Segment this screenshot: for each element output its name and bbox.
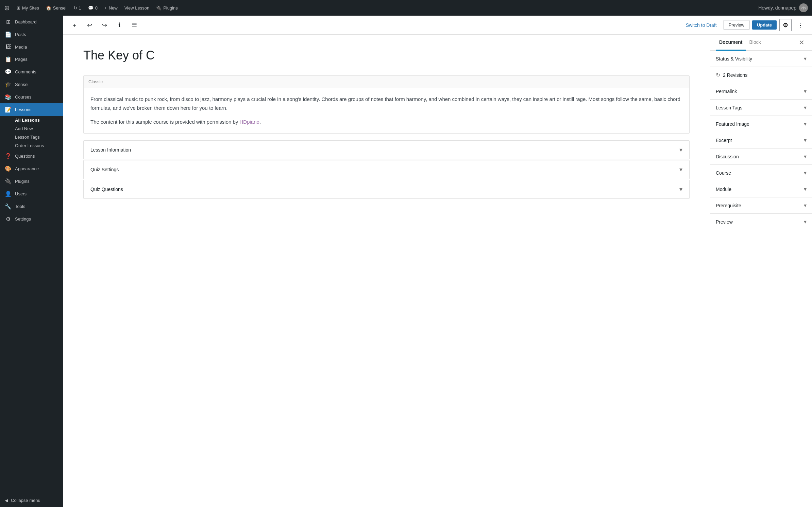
quiz-questions-header[interactable]: Quiz Questions ▾ — [84, 180, 689, 198]
sidebar-item-settings[interactable]: ⚙ Settings — [0, 213, 63, 225]
status-visibility-chevron-icon: ▾ — [804, 55, 807, 62]
course-section: Course ▾ — [710, 165, 812, 181]
sidebar-item-plugins[interactable]: 🔌 Plugins — [0, 175, 63, 188]
status-visibility-header[interactable]: Status & Visibility ▾ — [710, 51, 812, 67]
dashboard-icon: ⊞ — [5, 19, 12, 25]
sidebar-sub-all-lessons[interactable]: All Lessons — [15, 116, 63, 124]
sidebar-item-tools[interactable]: 🔧 Tools — [0, 200, 63, 213]
excerpt-section: Excerpt ▾ — [710, 132, 812, 148]
preview-header[interactable]: Preview ▾ — [710, 214, 812, 230]
sidebar-item-questions[interactable]: ❓ Questions — [0, 150, 63, 162]
my-sites-link[interactable]: ⊞ My Sites — [17, 5, 39, 11]
new-link[interactable]: + New — [104, 5, 118, 11]
featured-image-header[interactable]: Featured Image ▾ — [710, 116, 812, 132]
sensei-link[interactable]: 🏠 Sensei — [46, 5, 67, 11]
avatar: dp — [799, 3, 808, 12]
sidebar-item-comments[interactable]: 💬 Comments — [0, 66, 63, 78]
update-button[interactable]: Update — [752, 20, 777, 30]
quiz-questions-chevron-icon: ▾ — [679, 186, 682, 193]
classic-block-label: Classic — [84, 76, 689, 88]
sidebar-item-posts[interactable]: 📄 Posts — [0, 28, 63, 41]
revisions-icon: ↻ — [716, 72, 720, 78]
lesson-info-chevron-icon: ▾ — [679, 146, 682, 154]
user-info: Howdy, donnapep dp — [758, 3, 808, 12]
sidebar-item-media[interactable]: 🖼 Media — [0, 41, 63, 53]
status-visibility-section: Status & Visibility ▾ — [710, 51, 812, 67]
tab-block[interactable]: Block — [746, 35, 764, 51]
sidebar-item-dashboard[interactable]: ⊞ Dashboard — [0, 16, 63, 28]
lesson-information-header[interactable]: Lesson Information ▾ — [84, 141, 689, 159]
switch-to-draft-button[interactable]: Switch to Draft — [682, 20, 721, 30]
content-panel-wrapper: The Key of C Classic From classical musi… — [63, 35, 812, 507]
classic-block-content[interactable]: From classical music to punk rock, from … — [84, 88, 689, 133]
settings-icon: ⚙ — [5, 216, 12, 222]
wp-logo-icon: ⊕ — [4, 4, 10, 12]
excerpt-header[interactable]: Excerpt ▾ — [710, 132, 812, 148]
my-sites-icon: ⊞ — [17, 5, 20, 11]
main-layout: ⊞ Dashboard 📄 Posts 🖼 Media 📋 Pages 💬 Co… — [0, 16, 812, 507]
prerequisite-section: Prerequisite ▾ — [710, 197, 812, 214]
tab-document[interactable]: Document — [716, 35, 746, 51]
plugins-link[interactable]: 🔌 Plugins — [156, 5, 178, 11]
media-icon: 🖼 — [5, 44, 12, 50]
undo-button[interactable]: ↩ — [83, 19, 96, 31]
module-chevron-icon: ▾ — [804, 186, 807, 192]
module-header[interactable]: Module ▾ — [710, 181, 812, 197]
editor-toolbar: ＋ ↩ ↪ ℹ ☰ Switch to Draft Preview Update… — [63, 16, 812, 35]
permalink-chevron-icon: ▾ — [804, 88, 807, 94]
plugins-icon: 🔌 — [156, 5, 162, 11]
sidebar-item-courses[interactable]: 📚 Courses — [0, 91, 63, 103]
more-options-button[interactable]: ⋮ — [794, 19, 807, 31]
lesson-tags-header[interactable]: Lesson Tags ▾ — [710, 100, 812, 116]
sidebar-sub-order-lessons[interactable]: Order Lessons — [15, 141, 63, 150]
hdpiano-link[interactable]: HDpiano — [240, 119, 259, 125]
close-panel-button[interactable]: ✕ — [796, 37, 807, 48]
main-content: The Key of C Classic From classical musi… — [63, 35, 710, 507]
prerequisite-header[interactable]: Prerequisite ▾ — [710, 197, 812, 213]
module-section: Module ▾ — [710, 181, 812, 197]
users-icon: 👤 — [5, 191, 12, 197]
permalink-header[interactable]: Permalink ▾ — [710, 83, 812, 99]
course-chevron-icon: ▾ — [804, 170, 807, 176]
prerequisite-chevron-icon: ▾ — [804, 202, 807, 209]
content-paragraph-2: The content for this sample course is pr… — [90, 118, 682, 126]
sidebar-item-pages[interactable]: 📋 Pages — [0, 53, 63, 66]
questions-icon: ❓ — [5, 153, 12, 159]
add-block-button[interactable]: ＋ — [68, 19, 81, 31]
updates-icon: ↻ — [73, 5, 77, 11]
tools-icon: 🔧 — [5, 203, 12, 210]
revisions-row[interactable]: ↻ 2 Revisions — [710, 67, 812, 83]
comments-sidebar-icon: 💬 — [5, 69, 12, 75]
quiz-questions-panel: Quiz Questions ▾ — [83, 180, 690, 199]
new-icon: + — [104, 5, 107, 11]
lesson-information-panel: Lesson Information ▾ — [83, 140, 690, 159]
quiz-settings-header[interactable]: Quiz Settings ▾ — [84, 160, 689, 179]
post-title[interactable]: The Key of C — [83, 48, 690, 65]
sidebar-item-appearance[interactable]: 🎨 Appearance — [0, 162, 63, 175]
permalink-section: Permalink ▾ — [710, 83, 812, 100]
editor-area: ＋ ↩ ↪ ℹ ☰ Switch to Draft Preview Update… — [63, 16, 812, 507]
sidebar-sub-add-new[interactable]: Add New — [15, 124, 63, 133]
view-lesson-link[interactable]: View Lesson — [124, 5, 149, 11]
redo-button[interactable]: ↪ — [98, 19, 111, 31]
updates-link[interactable]: ↻ 1 — [73, 5, 81, 11]
appearance-icon: 🎨 — [5, 165, 12, 172]
sidebar-item-users[interactable]: 👤 Users — [0, 188, 63, 200]
course-header[interactable]: Course ▾ — [710, 165, 812, 181]
classic-block: Classic From classical music to punk roc… — [83, 75, 690, 134]
comments-link[interactable]: 💬 0 — [88, 5, 98, 11]
sidebar-item-lessons[interactable]: 📝 Lessons — [0, 103, 63, 116]
discussion-header[interactable]: Discussion ▾ — [710, 148, 812, 164]
right-panel-tabs: Document Block ✕ — [710, 35, 812, 51]
preview-button[interactable]: Preview — [724, 20, 749, 30]
info-button[interactable]: ℹ — [113, 19, 125, 31]
quiz-settings-panel: Quiz Settings ▾ — [83, 160, 690, 179]
excerpt-chevron-icon: ▾ — [804, 137, 807, 143]
sidebar-sub-lesson-tags[interactable]: Lesson Tags — [15, 133, 63, 141]
list-view-button[interactable]: ☰ — [128, 19, 140, 31]
bottom-panels: Lesson Information ▾ Quiz Settings ▾ Qui… — [83, 140, 690, 199]
collapse-menu-button[interactable]: ◀ Collapse menu — [0, 494, 63, 507]
sidebar-item-sensei[interactable]: 🎓 Sensei — [0, 78, 63, 91]
preview-chevron-icon: ▾ — [804, 218, 807, 225]
settings-button[interactable]: ⚙ — [779, 19, 792, 31]
